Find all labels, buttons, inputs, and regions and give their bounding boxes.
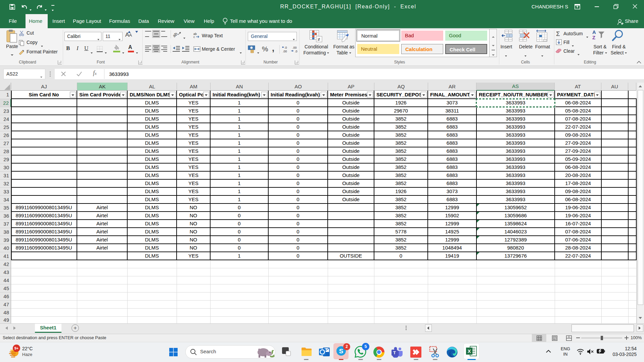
svg-text:c: c bbox=[193, 35, 195, 38]
svg-text:≠: ≠ bbox=[318, 37, 320, 42]
svg-text:.00: .00 bbox=[292, 46, 297, 49]
svg-text:S: S bbox=[339, 348, 343, 355]
svg-text:.0: .0 bbox=[295, 50, 297, 53]
svg-text:X: X bbox=[467, 348, 471, 354]
svg-text:.0: .0 bbox=[284, 46, 287, 49]
svg-text:.00: .00 bbox=[283, 50, 287, 53]
svg-text:T: T bbox=[393, 350, 396, 355]
